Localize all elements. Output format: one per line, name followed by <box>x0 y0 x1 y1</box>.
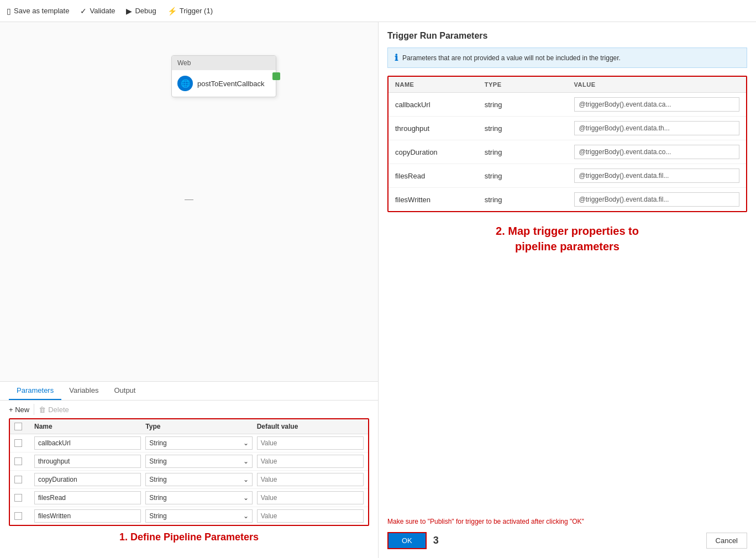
param-type-1[interactable]: String⌄ <box>145 455 252 468</box>
row-checkbox-2[interactable] <box>14 476 22 483</box>
left-panel: Web 🌐 postToEventCallback — <box>0 22 379 558</box>
trigger-param-type-1: string <box>485 124 568 133</box>
trigger-param-value-3[interactable]: @triggerBody().event.data.fil... <box>574 169 740 183</box>
panel-title: Trigger Run Parameters <box>387 31 747 41</box>
trigger-table: NAME TYPE VALUE callbackUrl string @trig… <box>387 76 747 212</box>
trigger-param-value-0[interactable]: @triggerBody().event.data.ca... <box>574 97 740 112</box>
debug-button[interactable]: ▶ Debug <box>126 7 156 15</box>
table-row: String⌄ <box>10 471 368 489</box>
canvas-area: Web 🌐 postToEventCallback — <box>0 22 378 381</box>
tab-parameters[interactable]: Parameters <box>9 382 61 400</box>
param-name-4[interactable] <box>34 509 141 523</box>
info-banner: ℹ Parameters that are not provided a val… <box>387 48 747 68</box>
params-table: Name Type Default value String⌄ <box>9 418 369 526</box>
trash-icon: 🗑 <box>39 406 46 414</box>
debug-icon: ▶ <box>126 7 132 15</box>
param-type-0[interactable]: String⌄ <box>145 436 252 450</box>
trigger-param-name-4: filesWritten <box>395 196 478 204</box>
param-value-0[interactable] <box>257 436 364 450</box>
info-text: Parameters that are not provided a value… <box>402 54 621 62</box>
trigger-param-name-2: copyDuration <box>395 148 478 156</box>
right-footer: Make sure to "Publish" for trigger to be… <box>387 509 747 549</box>
table-row: callbackUrl string @triggerBody().event.… <box>389 93 746 117</box>
toolbar-divider <box>34 404 34 415</box>
node-body: 🌐 postToEventCallback <box>172 70 276 97</box>
param-type-4[interactable]: String⌄ <box>145 509 252 523</box>
param-value-1[interactable] <box>257 455 364 468</box>
select-all-checkbox[interactable] <box>14 423 22 430</box>
pipeline-node[interactable]: Web 🌐 postToEventCallback <box>171 55 276 97</box>
delete-param-button[interactable]: 🗑 Delete <box>39 406 69 414</box>
param-value-2[interactable] <box>257 473 364 486</box>
save-as-template-button[interactable]: ▯ Save as template <box>7 7 69 15</box>
params-toolbar: + New 🗑 Delete <box>0 401 378 418</box>
trigger-icon: ⚡ <box>167 7 177 15</box>
trigger-param-value-2[interactable]: @triggerBody().event.data.co... <box>574 145 740 159</box>
trigger-param-type-0: string <box>485 101 568 109</box>
trigger-param-name-3: filesRead <box>395 172 478 180</box>
section2-label: 2. Map trigger properties to pipeline pa… <box>387 223 747 254</box>
param-name-0[interactable] <box>34 436 141 450</box>
spacer <box>387 265 747 509</box>
trigger-param-type-4: string <box>485 196 568 204</box>
params-table-header: Name Type Default value <box>10 419 368 434</box>
node-globe-icon: 🌐 <box>177 76 193 91</box>
bottom-tabs: Parameters Variables Output <box>0 382 378 401</box>
save-icon: ▯ <box>7 7 11 15</box>
table-row: filesWritten string @triggerBody().event… <box>389 188 746 211</box>
row-checkbox-3[interactable] <box>14 494 22 502</box>
bottom-panel: Parameters Variables Output + New 🗑 Dele… <box>0 381 378 558</box>
param-type-2[interactable]: String⌄ <box>145 473 252 486</box>
node-label: postToEventCallback <box>197 80 264 88</box>
node-header: Web <box>172 56 276 70</box>
main-content: Web 🌐 postToEventCallback — <box>0 22 756 558</box>
trigger-param-value-1[interactable]: @triggerBody().event.data.th... <box>574 121 740 135</box>
param-name-3[interactable] <box>34 491 141 504</box>
table-row: String⌄ <box>10 434 368 452</box>
table-row: throughput string @triggerBody().event.d… <box>389 117 746 140</box>
minimize-bar[interactable]: — <box>185 194 193 204</box>
row-checkbox-1[interactable] <box>14 457 22 465</box>
trigger-param-name-0: callbackUrl <box>395 101 478 109</box>
param-value-3[interactable] <box>257 491 364 504</box>
param-value-4[interactable] <box>257 509 364 523</box>
param-type-3[interactable]: String⌄ <box>145 491 252 504</box>
trigger-table-header: NAME TYPE VALUE <box>389 77 746 93</box>
table-row: String⌄ <box>10 452 368 471</box>
cancel-button[interactable]: Cancel <box>706 533 747 549</box>
warning-text: Make sure to "Publish" for trigger to be… <box>387 518 747 525</box>
check-icon: ✓ <box>80 7 87 15</box>
trigger-param-name-1: throughput <box>395 124 478 133</box>
trigger-param-value-4[interactable]: @triggerBody().event.data.fil... <box>574 192 740 207</box>
trigger-param-type-3: string <box>485 172 568 180</box>
param-name-2[interactable] <box>34 473 141 486</box>
trigger-button[interactable]: ⚡ Trigger (1) <box>167 7 213 15</box>
table-row: copyDuration string @triggerBody().event… <box>389 140 746 164</box>
toolbar: ▯ Save as template ✓ Validate ▶ Debug ⚡ … <box>0 0 756 22</box>
row-checkbox-0[interactable] <box>14 439 22 447</box>
row-checkbox-4[interactable] <box>14 512 22 520</box>
step3-label: 3 <box>433 535 439 546</box>
tab-variables[interactable]: Variables <box>61 382 106 400</box>
right-panel: Trigger Run Parameters ℹ Parameters that… <box>379 22 756 558</box>
footer-buttons: OK 3 Cancel <box>387 532 747 549</box>
node-connector <box>272 72 280 80</box>
trigger-param-type-2: string <box>485 148 568 156</box>
table-row: String⌄ <box>10 507 368 525</box>
table-row: String⌄ <box>10 489 368 507</box>
node-header-label: Web <box>177 59 191 67</box>
param-name-1[interactable] <box>34 455 141 468</box>
tab-output[interactable]: Output <box>106 382 143 400</box>
info-icon: ℹ <box>395 52 398 63</box>
validate-button[interactable]: ✓ Validate <box>80 7 115 15</box>
new-param-button[interactable]: + New <box>9 406 29 414</box>
section1-label: 1. Define Pipeline Parameters <box>0 526 378 549</box>
table-row: filesRead string @triggerBody().event.da… <box>389 164 746 188</box>
ok-button[interactable]: OK <box>387 532 427 549</box>
